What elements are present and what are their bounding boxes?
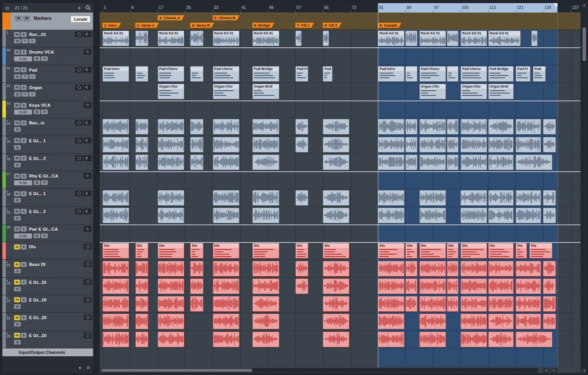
clip-pad[interactable]: Pad-Choru: — [158, 66, 184, 82]
clip-rock-kit[interactable] — [405, 31, 417, 46]
record-enable-button[interactable] — [75, 190, 83, 196]
record-enable-button[interactable] — [84, 332, 92, 338]
clip-rock-kit[interactable] — [323, 31, 329, 46]
tool-button[interactable]: ▤ — [14, 340, 21, 344]
clip-pad[interactable] — [447, 66, 459, 82]
clip-e-gt-di-25[interactable] — [102, 332, 129, 347]
monitor-button[interactable] — [84, 138, 92, 144]
clip-organ[interactable]: Organ-Cho — [460, 84, 487, 99]
clip-e-gt-di-23[interactable] — [516, 296, 541, 312]
track-row-22[interactable]: ▸22msE Gt...DI▤ — [2, 278, 93, 295]
clip-e-gt-di-25[interactable] — [488, 332, 514, 347]
clip-e-gt-di-24[interactable] — [516, 314, 541, 329]
clip-e-gt-di-23[interactable] — [419, 296, 446, 312]
clip-e-gt-1b[interactable] — [252, 190, 279, 206]
clip-e-gt-di-23[interactable] — [543, 296, 556, 312]
clip-dis-folder[interactable]: DIs — [460, 243, 487, 258]
settings-gear-icon[interactable]: ⚙ — [86, 365, 90, 370]
ruler-options-button[interactable]: ▾ — [582, 3, 587, 8]
solo-button[interactable]: s — [21, 315, 27, 320]
track-row-1[interactable]: 1msRoc...01▤✎e — [2, 30, 93, 47]
clip-e-gt-1[interactable] — [419, 137, 446, 153]
link-button[interactable]: ⊞ — [41, 180, 48, 185]
clip-pad[interactable]: Pad- — [323, 66, 333, 82]
clip-e-gt-2[interactable] — [135, 154, 149, 170]
automation-button[interactable]: ↻ — [84, 226, 92, 232]
clip-e-gt-1[interactable] — [295, 137, 309, 153]
clip-rock-kit[interactable]: Rock Kit 01 — [488, 31, 521, 46]
clip-organ[interactable]: Organ-Cho — [213, 84, 239, 99]
clip-e-gt-di-22[interactable] — [543, 278, 556, 294]
solo-button[interactable]: s — [21, 280, 27, 285]
fader-button[interactable]: ▥ — [34, 109, 40, 114]
mute-button[interactable]: m — [14, 120, 20, 126]
clip-e-gt-di-23[interactable] — [378, 296, 405, 312]
clip-dis-folder[interactable]: DIs — [323, 243, 349, 258]
clip-bass[interactable] — [543, 119, 556, 135]
clip-bass-di[interactable] — [135, 261, 149, 276]
solo-button[interactable]: s — [21, 226, 27, 231]
tool-button[interactable]: ✎ — [22, 39, 28, 43]
mute-button[interactable]: m — [14, 262, 20, 267]
clip-pad[interactable]: Pad- — [533, 66, 546, 82]
clip-e-gt-di-23[interactable] — [102, 296, 129, 312]
clip-bass[interactable] — [447, 119, 459, 135]
track-row-10[interactable]: 10msDrums VCA↻0.00▥⊞ — [2, 47, 93, 65]
clip-bass-di[interactable] — [158, 261, 184, 276]
monitor-button[interactable] — [84, 208, 92, 214]
fader-button[interactable]: ▥ — [34, 180, 40, 185]
clip-bass[interactable] — [460, 119, 487, 135]
clip-bass-di[interactable] — [516, 261, 541, 276]
clip-pad[interactable] — [405, 66, 417, 82]
record-enable-button[interactable] — [75, 31, 83, 37]
clip-e-gt-di-25[interactable] — [158, 332, 184, 347]
clip-e-gt-2[interactable] — [419, 154, 446, 170]
record-enable-button[interactable] — [84, 279, 92, 285]
clip-bass-di[interactable] — [419, 261, 446, 276]
clip-e-gt-di-22[interactable] — [252, 278, 279, 294]
record-enable-button[interactable] — [84, 261, 92, 267]
clip-e-gt-di-25[interactable] — [213, 332, 239, 347]
clip-e-gt-di-23[interactable] — [460, 296, 487, 312]
clip-e-gt-2b[interactable] — [488, 208, 514, 223]
clip-e-gt-1b[interactable] — [213, 190, 239, 206]
monitor-button[interactable] — [84, 67, 92, 73]
clip-bass[interactable] — [516, 119, 541, 135]
clip-e-gt-2[interactable] — [488, 154, 514, 170]
record-enable-button[interactable] — [84, 297, 92, 303]
clip-e-gt-1b[interactable] — [419, 190, 446, 206]
tool-button[interactable]: ▤ — [14, 322, 21, 327]
clip-e-gt-2b[interactable] — [252, 208, 279, 223]
clip-e-gt-di-22[interactable] — [135, 278, 149, 294]
tool-button[interactable]: ✎ — [22, 74, 28, 79]
clip-e-gt-di-22[interactable] — [158, 278, 184, 294]
clip-bass-di[interactable] — [295, 261, 309, 276]
clip-pad[interactable]: Pad-Choru: — [419, 66, 446, 82]
horizontal-scroll-thumb[interactable] — [101, 369, 252, 372]
clip-e-gt-di-23[interactable] — [190, 296, 203, 312]
search-track-icon[interactable] — [86, 5, 90, 10]
mute-button[interactable]: m — [14, 138, 20, 143]
mute-button[interactable]: m — [14, 226, 20, 231]
mute-button[interactable]: m — [14, 280, 20, 285]
clip-rock-kit[interactable]: Rock Kit 01 — [213, 31, 239, 46]
clip-dis-folder[interactable]: DIs — [447, 243, 459, 258]
clip-dis-folder[interactable]: DIs — [213, 243, 239, 258]
clip-e-gt-di-22[interactable] — [516, 278, 541, 294]
clip-dis-folder[interactable]: DIs — [158, 243, 184, 258]
clip-bass[interactable] — [488, 119, 514, 135]
clip-rock-kit[interactable]: Rock Kit 01 — [378, 31, 405, 46]
clip-e-gt-di-22[interactable] — [419, 278, 446, 294]
monitor-button[interactable] — [84, 120, 92, 126]
link-button[interactable]: ⊞ — [41, 233, 48, 238]
clip-rock-kit[interactable]: Rock Kit 01 — [158, 31, 184, 46]
clip-rock-kit[interactable]: Rock Kit 01 — [252, 31, 279, 46]
tool-button[interactable]: e — [29, 39, 36, 43]
clip-bass[interactable] — [378, 119, 405, 135]
volume-value[interactable]: 0.00 — [14, 109, 32, 115]
clip-rock-kit[interactable] — [190, 31, 203, 46]
clip-e-gt-di-24[interactable] — [323, 314, 349, 329]
clip-bass-di[interactable] — [323, 261, 349, 276]
clip-pad[interactable]: Pad-Bridge — [488, 66, 514, 82]
clip-bass-di[interactable] — [488, 261, 514, 276]
